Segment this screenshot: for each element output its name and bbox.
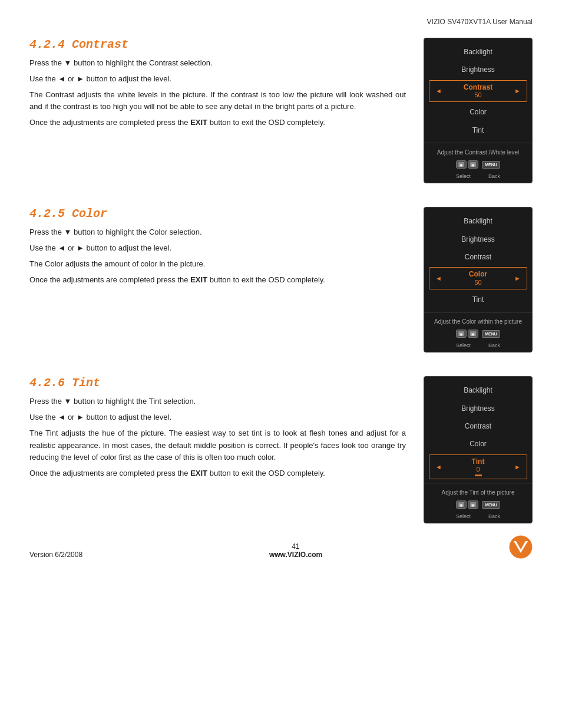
color-para-4: Once the adjustments are completed press…	[29, 274, 406, 286]
osd-item-contrast-3: Contrast	[424, 417, 532, 435]
tint-indicator	[475, 475, 482, 476]
osd-right-arrow-2[interactable]: ►	[514, 275, 521, 282]
page-footer: Version 6/2/2008 41 www.VIZIO.com	[0, 535, 562, 559]
osd-btn-labels-3: Select Back	[424, 513, 532, 523]
osd-divider-1	[424, 143, 532, 143]
osd-back-label-3: Back	[488, 513, 500, 519]
section-contrast: 4.2.4 Contrast Press the ▼ button to hig…	[29, 38, 533, 183]
contrast-para-2: Use the ◄ or ► button to adjust the leve…	[29, 73, 406, 85]
contrast-para-4: Once the adjustments are completed press…	[29, 117, 406, 129]
section-tint-panel: Backlight Brightness Contrast Color ◄ Ti…	[424, 376, 533, 523]
osd-color: Backlight Brightness Contrast ◄ Color 50…	[424, 207, 533, 353]
osd-select-btn-2b[interactable]: ▣	[468, 330, 478, 338]
tint-para-1: Press the ▼ button to highlight the Tint…	[29, 396, 406, 408]
osd-active-value-2: 50	[442, 279, 514, 286]
osd-item-contrast-active[interactable]: ◄ Contrast 50 ►	[429, 80, 527, 103]
page-header: VIZIO SV470XVT1A User Manual	[29, 18, 533, 26]
osd-menu-btn-2[interactable]: MENU	[482, 330, 500, 338]
osd-menu-btn-3[interactable]: MENU	[482, 501, 500, 509]
section-color-panel: Backlight Brightness Contrast ◄ Color 50…	[424, 207, 533, 353]
osd-item-brightness-2: Brightness	[424, 230, 532, 248]
color-para-2: Use the ◄ or ► button to adjust the leve…	[29, 242, 406, 255]
osd-btn-labels-1: Select Back	[424, 173, 532, 183]
osd-left-arrow-3[interactable]: ◄	[435, 463, 442, 471]
osd-item-color-3: Color	[424, 435, 532, 453]
osd-btn-labels-2: Select Back	[424, 342, 532, 352]
osd-active-name-2: Color	[442, 270, 514, 278]
color-para-3: The Color adjusts the amount of color in…	[29, 258, 406, 271]
osd-hint-1: Adjust the Contrast /White level	[424, 147, 532, 158]
osd-item-tint-1: Tint	[424, 121, 532, 139]
osd-select-btn-1b[interactable]: ▣	[468, 160, 478, 169]
osd-menu-btn-1[interactable]: MENU	[482, 161, 500, 169]
osd-divider-3	[424, 483, 532, 483]
osd-tint: Backlight Brightness Contrast Color ◄ Ti…	[424, 376, 533, 523]
osd-left-arrow-1[interactable]: ◄	[435, 87, 442, 95]
osd-select-label-1: Select	[456, 173, 471, 179]
osd-right-arrow-1[interactable]: ►	[514, 87, 521, 95]
osd-left-arrow-2[interactable]: ◄	[435, 275, 442, 282]
section-contrast-text: 4.2.4 Contrast Press the ▼ button to hig…	[29, 38, 412, 183]
osd-active-value-1: 50	[442, 91, 514, 99]
color-para-1: Press the ▼ button to highlight the Colo…	[29, 226, 406, 239]
contrast-para-1: Press the ▼ button to highlight the Cont…	[29, 57, 406, 70]
osd-active-value-3: 0	[476, 466, 480, 473]
osd-select-btn-1[interactable]: ▣	[456, 160, 467, 169]
osd-right-arrow-3[interactable]: ►	[514, 463, 521, 471]
osd-item-brightness-1: Brightness	[424, 61, 532, 78]
tint-para-3: The Tint adjusts the hue of the picture.…	[29, 427, 406, 464]
footer-website: www.VIZIO.com	[269, 551, 322, 559]
osd-back-label-2: Back	[488, 342, 500, 348]
osd-divider-2	[424, 312, 532, 312]
osd-item-backlight-1: Backlight	[424, 43, 532, 61]
osd-item-color-1: Color	[424, 103, 532, 121]
section-contrast-panel: Backlight Brightness ◄ Contrast 50 ► Col…	[424, 38, 533, 183]
osd-hint-2: Adjust the Color within the picture	[424, 316, 532, 327]
contrast-para-3: The Contrast adjusts the white levels in…	[29, 89, 406, 114]
osd-select-label-2: Select	[456, 342, 471, 348]
section-color-text: 4.2.5 Color Press the ▼ button to highli…	[29, 207, 412, 353]
osd-item-brightness-3: Brightness	[424, 400, 532, 417]
osd-select-btn-3[interactable]: ▣	[456, 500, 467, 509]
osd-hint-3: Adjust the Tint of the picture	[424, 487, 532, 498]
svg-point-0	[510, 536, 532, 558]
heading-color: 4.2.5 Color	[29, 207, 406, 220]
osd-item-tint-2: Tint	[424, 291, 532, 308]
footer-page: 41	[82, 542, 509, 551]
osd-item-backlight-2: Backlight	[424, 212, 532, 230]
osd-buttons-3: ▣ ▣ MENU	[424, 498, 532, 513]
osd-buttons-2: ▣ ▣ MENU	[424, 327, 532, 342]
osd-btn-group-1: ▣ ▣	[456, 160, 478, 169]
osd-contrast: Backlight Brightness ◄ Contrast 50 ► Col…	[424, 38, 533, 183]
osd-item-backlight-3: Backlight	[424, 381, 532, 399]
manual-title: VIZIO SV470XVT1A User Manual	[427, 18, 533, 26]
osd-select-btn-2[interactable]: ▣	[456, 330, 467, 338]
osd-select-btn-3b[interactable]: ▣	[468, 500, 478, 509]
tint-para-2: Use the ◄ or ► button to adjust the leve…	[29, 411, 406, 424]
osd-back-label-1: Back	[488, 173, 500, 179]
osd-item-tint-active[interactable]: ◄ Tint 0 ►	[429, 454, 527, 480]
osd-btn-group-3: ▣ ▣	[456, 500, 478, 509]
footer-version: Version 6/2/2008	[29, 551, 82, 559]
osd-active-name-1: Contrast	[442, 83, 514, 91]
osd-select-label-3: Select	[456, 513, 471, 519]
section-tint-text: 4.2.6 Tint Press the ▼ button to highlig…	[29, 376, 412, 523]
osd-buttons-1: ▣ ▣ MENU	[424, 158, 532, 173]
osd-item-contrast-2: Contrast	[424, 248, 532, 266]
section-color: 4.2.5 Color Press the ▼ button to highli…	[29, 207, 533, 353]
tint-para-4: Once the adjustments are completed press…	[29, 467, 406, 480]
section-tint: 4.2.6 Tint Press the ▼ button to highlig…	[29, 376, 533, 523]
heading-contrast: 4.2.4 Contrast	[29, 38, 406, 51]
osd-active-name-3: Tint	[472, 457, 485, 466]
osd-btn-group-2: ▣ ▣	[456, 330, 478, 338]
heading-tint: 4.2.6 Tint	[29, 376, 406, 390]
osd-item-color-active[interactable]: ◄ Color 50 ►	[429, 267, 527, 289]
vizio-logo-icon	[509, 535, 533, 559]
